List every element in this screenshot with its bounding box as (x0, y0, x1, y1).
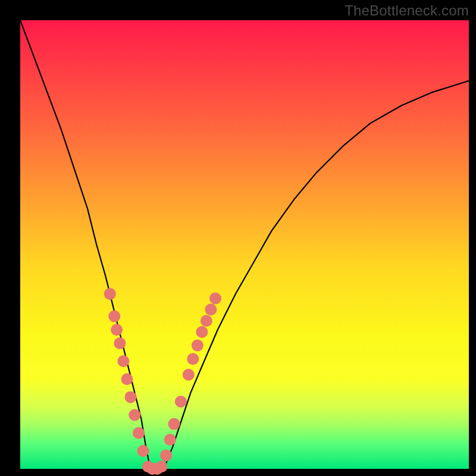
data-marker (160, 449, 172, 461)
data-marker (205, 303, 217, 315)
data-marker (196, 326, 208, 338)
chart-frame: TheBottleneck.com (0, 0, 476, 476)
watermark-text: TheBottleneck.com (345, 2, 469, 19)
data-marker (117, 355, 129, 367)
data-marker (192, 340, 203, 352)
marker-layer (104, 288, 221, 475)
data-marker (201, 315, 212, 327)
bottleneck-curve (20, 20, 469, 469)
data-marker (183, 369, 195, 381)
data-marker (104, 288, 116, 300)
data-marker (209, 293, 221, 305)
data-marker (164, 434, 176, 446)
data-marker (133, 427, 145, 439)
data-marker (114, 337, 126, 349)
data-marker (121, 373, 133, 385)
data-marker (111, 324, 123, 336)
data-marker (168, 418, 180, 430)
data-marker (187, 353, 199, 365)
data-marker (125, 391, 137, 403)
data-marker (129, 409, 140, 421)
data-marker (137, 445, 149, 457)
data-marker (175, 396, 187, 408)
chart-svg (0, 0, 476, 476)
data-marker (156, 461, 168, 472)
data-marker (108, 311, 120, 322)
